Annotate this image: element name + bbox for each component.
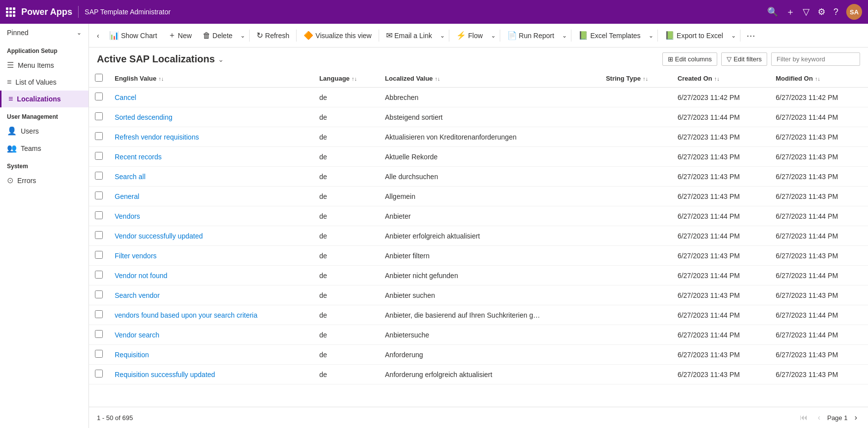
table-row: Search vendor de Anbieter suchen 6/27/20…	[89, 285, 868, 305]
cell-localized-value: Anbieter erfolgreich aktualisiert	[379, 226, 600, 246]
table-row: Refresh vendor requisitions de Aktualisi…	[89, 127, 868, 147]
run-report-button[interactable]: 📄 Run Report	[502, 28, 560, 43]
separator-4	[449, 30, 449, 42]
help-icon[interactable]: ?	[833, 7, 838, 17]
sidebar-item-users[interactable]: 👤 Users	[0, 122, 88, 140]
row-checkbox[interactable]	[95, 132, 103, 140]
first-page-button[interactable]: ⏮	[797, 411, 811, 424]
row-checkbox[interactable]	[95, 152, 103, 160]
grid-menu-button[interactable]	[6, 7, 15, 17]
english-value-link[interactable]: Cancel	[115, 94, 136, 101]
settings-icon[interactable]: ⚙	[818, 6, 825, 17]
filter-input[interactable]	[771, 52, 860, 66]
email-link-button[interactable]: ✉ Email a Link	[381, 28, 437, 43]
visualize-button[interactable]: 🔶 Visualize this view	[299, 28, 376, 43]
english-value-link[interactable]: Vendor successfully updated	[115, 232, 203, 240]
cell-english-value[interactable]: Filter vendors	[109, 246, 313, 266]
english-value-link[interactable]: General	[115, 192, 139, 200]
sidebar-item-errors[interactable]: ⊙ Errors	[0, 172, 88, 189]
cell-english-value[interactable]: Requisition successfully updated	[109, 365, 313, 384]
english-value-link[interactable]: Sorted descending	[115, 113, 173, 121]
col-localized-value[interactable]: Localized Value ↑↓	[379, 70, 600, 88]
back-button[interactable]: ‹	[93, 29, 103, 43]
run-report-dropdown[interactable]: ⌄	[560, 29, 569, 42]
english-value-link[interactable]: Vendors	[115, 212, 140, 220]
delete-button[interactable]: 🗑 Delete	[198, 28, 237, 43]
pinned-toggle[interactable]: Pinned ⌄	[0, 24, 88, 42]
cell-english-value[interactable]: Vendors	[109, 206, 313, 226]
sidebar-item-teams[interactable]: 👥 Teams	[0, 140, 88, 157]
col-language[interactable]: Language ↑↓	[313, 70, 379, 88]
separator-8	[740, 30, 740, 42]
plus-icon[interactable]: ＋	[786, 6, 795, 18]
row-checkbox[interactable]	[95, 191, 103, 199]
sidebar-item-list-of-values[interactable]: ≡ List of Values	[0, 74, 88, 91]
search-icon[interactable]: 🔍	[767, 6, 778, 17]
edit-filters-button[interactable]: ▽ Edit filters	[721, 52, 767, 66]
edit-columns-button[interactable]: ⊞ Edit columns	[662, 52, 717, 66]
english-value-link[interactable]: Recent records	[115, 153, 162, 161]
cell-language: de	[313, 127, 379, 147]
cell-english-value[interactable]: vendors found based upon your search cri…	[109, 305, 313, 325]
cell-english-value[interactable]: Sorted descending	[109, 107, 313, 127]
col-modified-on[interactable]: Modified On ↑↓	[770, 70, 868, 88]
english-value-link[interactable]: Search vendor	[115, 291, 160, 299]
row-checkbox[interactable]	[95, 211, 103, 219]
english-value-link[interactable]: Filter vendors	[115, 252, 157, 260]
row-checkbox[interactable]	[95, 330, 103, 338]
filter-icon[interactable]: ▽	[803, 6, 810, 17]
sidebar-item-localizations[interactable]: ≡ Localizations	[0, 91, 88, 107]
row-checkbox[interactable]	[95, 370, 103, 378]
row-checkbox[interactable]	[95, 350, 103, 358]
cell-english-value[interactable]: Vendor search	[109, 325, 313, 345]
english-value-link[interactable]: Vendor not found	[115, 272, 168, 280]
avatar[interactable]: SA	[846, 4, 862, 20]
sidebar-item-menu-items[interactable]: ☰ Menu Items	[0, 56, 88, 74]
cell-english-value[interactable]: Vendor not found	[109, 266, 313, 285]
col-string-type[interactable]: String Type ↑↓	[600, 70, 672, 88]
delete-dropdown[interactable]: ⌄	[238, 29, 247, 42]
row-checkbox[interactable]	[95, 290, 103, 298]
new-button[interactable]: ＋ New	[163, 27, 197, 44]
row-checkbox[interactable]	[95, 172, 103, 180]
export-dropdown[interactable]: ⌄	[729, 29, 738, 42]
english-value-link[interactable]: Requisition successfully updated	[115, 371, 215, 379]
row-checkbox[interactable]	[95, 310, 103, 318]
refresh-button[interactable]: ↻ Refresh	[252, 28, 294, 43]
page-title-chevron-icon[interactable]: ⌄	[218, 55, 224, 63]
excel-templates-dropdown[interactable]: ⌄	[647, 29, 655, 42]
excel-templates-button[interactable]: 📗 Excel Templates	[573, 28, 646, 43]
row-checkbox[interactable]	[95, 251, 103, 259]
cell-localized-value: Anbieter filtern	[379, 246, 600, 266]
next-page-button[interactable]: ›	[852, 411, 860, 424]
col-created-on[interactable]: Created On ↑↓	[672, 70, 770, 88]
select-all-checkbox[interactable]	[95, 74, 103, 82]
row-checkbox[interactable]	[95, 112, 103, 120]
cell-english-value[interactable]: Recent records	[109, 147, 313, 167]
cell-modified-on: 6/27/2023 11:44 PM	[770, 266, 868, 285]
english-value-link[interactable]: Vendor search	[115, 331, 159, 339]
english-value-link[interactable]: vendors found based upon your search cri…	[115, 311, 258, 319]
show-chart-button[interactable]: 📊 Show Chart	[104, 28, 162, 43]
english-value-link[interactable]: Requisition	[115, 351, 149, 359]
english-value-link[interactable]: Search all	[115, 173, 145, 181]
cell-english-value[interactable]: Search vendor	[109, 285, 313, 305]
flow-button[interactable]: ⚡ Flow	[451, 28, 488, 43]
row-checkbox[interactable]	[95, 271, 103, 279]
row-checkbox[interactable]	[95, 231, 103, 239]
cell-english-value[interactable]: Requisition	[109, 345, 313, 365]
flow-dropdown[interactable]: ⌄	[489, 29, 498, 42]
english-value-link[interactable]: Refresh vendor requisitions	[115, 133, 199, 141]
prev-page-button[interactable]: ‹	[815, 411, 823, 424]
col-english-value[interactable]: English Value ↑↓	[109, 70, 313, 88]
cell-english-value[interactable]: Search all	[109, 167, 313, 187]
cell-english-value[interactable]: General	[109, 187, 313, 206]
more-button[interactable]: ⋯	[742, 27, 759, 44]
export-excel-button[interactable]: 📗 Export to Excel	[660, 28, 728, 43]
edit-columns-label: Edit columns	[675, 55, 712, 63]
email-dropdown[interactable]: ⌄	[438, 29, 447, 42]
cell-english-value[interactable]: Cancel	[109, 88, 313, 107]
cell-english-value[interactable]: Vendor successfully updated	[109, 226, 313, 246]
row-checkbox[interactable]	[95, 93, 103, 100]
cell-english-value[interactable]: Refresh vendor requisitions	[109, 127, 313, 147]
